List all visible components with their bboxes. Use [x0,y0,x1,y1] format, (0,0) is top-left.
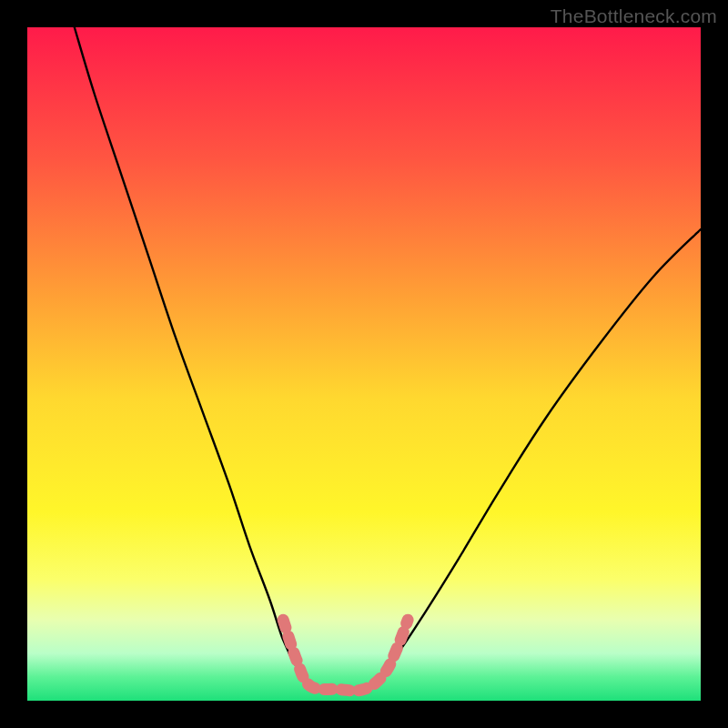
watermark-label: TheBottleneck.com [551,5,717,27]
series-floor-overlay [283,620,408,691]
series-left-curve [75,27,350,691]
chart-svg [27,27,701,701]
chart-frame: TheBottleneck.com [0,0,728,728]
